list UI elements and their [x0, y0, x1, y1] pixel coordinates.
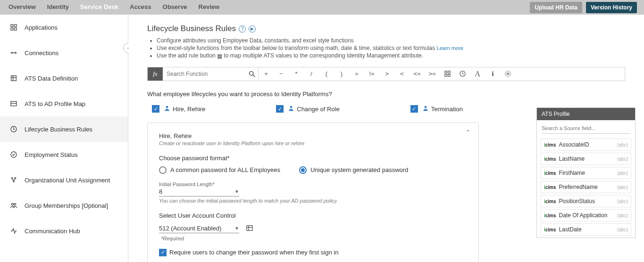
lifecycle-checkbox[interactable]: ✓	[410, 105, 418, 113]
page-title: Lifecycle Business Rules ? ▶	[147, 24, 625, 33]
lifecycle-option-label: Hire, Rehire	[173, 106, 205, 113]
clock-icon[interactable]	[455, 67, 470, 81]
page-bullet: Use excel-style functions from the toolb…	[157, 45, 625, 51]
ats-field-type: (abc)	[617, 227, 628, 232]
svg-point-16	[13, 180, 15, 182]
operator-button[interactable]: =	[349, 67, 364, 81]
operator-button[interactable]: −	[274, 67, 289, 81]
operator-button[interactable]: >	[379, 67, 394, 81]
ats-field-item[interactable]: icimsLastName(abc)	[541, 153, 631, 165]
password-length-select[interactable]: 8 ▼	[159, 187, 239, 196]
uac-label: Select User Account Control	[159, 212, 467, 219]
chevron-down-icon: ▼	[234, 226, 239, 231]
ats-field-item[interactable]: icimsFirstName(abc)	[541, 167, 631, 179]
ats-field-item[interactable]: icimsLastDate(abc)	[541, 223, 631, 236]
help-icon[interactable]: ?	[239, 25, 246, 33]
topnav-item[interactable]: Access	[128, 0, 153, 15]
sidebar-item-label: Lifecycle Business Rules	[25, 126, 92, 133]
svg-rect-2	[11, 28, 13, 30]
ats-profile-panel: ATS Profile icimsAssociateID(abc)icimsLa…	[536, 107, 636, 238]
chevron-down-icon: ▼	[234, 189, 239, 194]
topnav-item[interactable]: Review	[197, 0, 221, 15]
operator-button[interactable]: (	[319, 67, 334, 81]
info-icon[interactable]: ℹ	[485, 67, 500, 81]
table-icon[interactable]	[246, 224, 253, 233]
operator-button[interactable]: <	[394, 67, 410, 81]
sidebar-item[interactable]: Organizational Unit Assignment	[0, 167, 128, 193]
function-toolbar: fx +−*/()=!=><<=>= A ℹ	[147, 67, 625, 81]
fx-icon: fx	[148, 67, 163, 81]
sidebar-item-label: Applications	[25, 24, 58, 31]
svg-rect-35	[247, 226, 252, 231]
search-function-input[interactable]	[163, 67, 245, 81]
operator-button[interactable]: /	[304, 67, 319, 81]
svg-rect-24	[448, 71, 450, 73]
learn-more-link[interactable]: Learn more	[437, 45, 463, 51]
operator-button[interactable]: *	[289, 67, 304, 81]
svg-point-21	[249, 71, 253, 75]
collapse-panel-icon[interactable]: ⌃	[465, 129, 471, 136]
page-description-list: Configure attributes using Employee Data…	[147, 37, 625, 59]
panel-subtitle: Create or reactivate user in Identity Pl…	[159, 140, 467, 146]
sidebar-icon	[9, 125, 18, 133]
hire-rehire-panel: ⌃ Hire, Rehire Create or reactivate user…	[147, 123, 479, 262]
radio-unique-password[interactable]	[299, 166, 307, 174]
page-bullet: Use the add rule button ▦ to map multipl…	[157, 52, 625, 59]
password-format-radios: A common password for ALL Employees Uniq…	[159, 166, 467, 174]
radio-common-password[interactable]	[159, 166, 167, 174]
sidebar-item-label: ATS Data Definition	[25, 75, 78, 82]
ats-search-input[interactable]	[542, 123, 630, 134]
ats-field-item[interactable]: icimsPositionStatus(abc)	[541, 195, 631, 207]
sidebar-item[interactable]: Communication Hub	[0, 218, 128, 244]
sidebar-item-label: Employment Status	[25, 151, 78, 158]
topnav-item[interactable]: Service Desk	[79, 0, 120, 15]
operator-button[interactable]: !=	[364, 67, 379, 81]
sidebar-item[interactable]: Connections	[0, 40, 128, 66]
upload-hr-data-button[interactable]: Upload HR Data	[530, 2, 582, 13]
person-icon	[164, 105, 170, 113]
search-icon[interactable]	[245, 67, 259, 81]
add-rule-icon: ▦	[217, 53, 222, 59]
lifecycle-checkbox[interactable]: ✓	[152, 105, 159, 113]
svg-point-15	[15, 178, 16, 179]
operator-button[interactable]: <=	[410, 67, 425, 81]
ats-field-item[interactable]: icimsAssociateID(abc)	[541, 139, 631, 151]
operator-button[interactable]: +	[259, 67, 274, 81]
svg-point-31	[505, 71, 510, 76]
text-icon[interactable]: A	[470, 67, 485, 81]
svg-rect-23	[444, 71, 446, 73]
grid-icon[interactable]	[440, 67, 455, 81]
sidebar-item[interactable]: ATS Data Definition	[0, 66, 128, 91]
play-icon[interactable]: ▶	[249, 25, 256, 33]
sidebar-icon	[9, 201, 18, 210]
ats-field-item[interactable]: icimsDate Of Application(abc)	[541, 209, 631, 221]
svg-point-20	[14, 203, 16, 205]
checkbox-change-password[interactable]: ✓	[159, 249, 167, 256]
gear-icon[interactable]	[500, 67, 515, 81]
ats-field-type: (abc)	[617, 142, 628, 147]
operator-button[interactable]: >=	[425, 67, 440, 81]
lifecycle-checkbox[interactable]: ✓	[276, 105, 284, 113]
topnav-item[interactable]: Observe	[161, 0, 189, 15]
operator-button[interactable]: )	[334, 67, 349, 81]
ats-field-name: PreferredName	[559, 184, 598, 190]
svg-point-32	[166, 106, 168, 108]
svg-point-34	[424, 106, 427, 108]
version-history-button[interactable]: Version History	[586, 2, 637, 13]
sidebar-item[interactable]: Lifecycle Business Rules	[0, 116, 128, 142]
sidebar-item[interactable]: Employment Status	[0, 142, 128, 167]
icims-logo: icims	[544, 142, 556, 147]
ats-field-item[interactable]: icimsPreferredName(abc)	[541, 181, 631, 193]
svg-point-19	[11, 203, 13, 205]
sidebar-item[interactable]: Applications	[0, 15, 128, 40]
radio-unique-password-label: Unique system generated password	[310, 166, 408, 173]
ats-field-type: (abc)	[617, 156, 628, 162]
sidebar-item[interactable]: ATS to AD Profile Map	[0, 91, 128, 116]
sidebar-icon	[9, 23, 18, 32]
sidebar-item-label: Group Memberships [Optional]	[25, 202, 108, 209]
topnav-item[interactable]: Identity	[46, 0, 70, 15]
uac-select[interactable]: 512 (Account Enabled) ▼	[159, 224, 239, 233]
sidebar-item[interactable]: Group Memberships [Optional]	[0, 193, 128, 218]
topnav-item[interactable]: Overview	[7, 0, 37, 15]
ats-field-name: Date Of Application	[559, 212, 608, 219]
